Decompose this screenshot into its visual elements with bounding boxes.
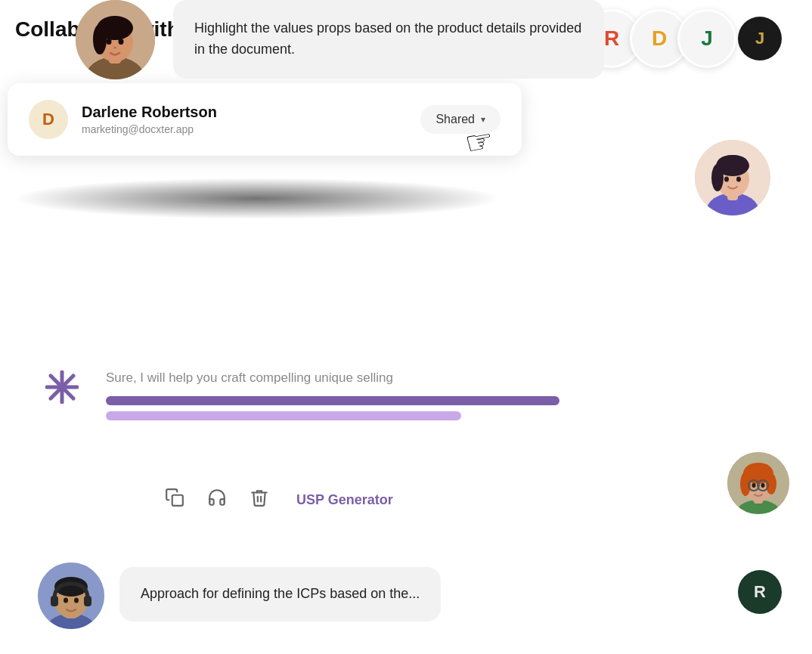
svg-point-5	[711, 164, 724, 191]
ai-sparkle-icon	[45, 370, 79, 407]
user-card: D Darlene Robertson marketing@docxter.ap…	[8, 83, 522, 156]
svg-rect-40	[51, 596, 58, 606]
svg-point-17	[113, 47, 116, 49]
svg-point-33	[752, 483, 756, 488]
svg-rect-22	[172, 495, 183, 506]
r-avatar-bottom: R	[738, 570, 782, 614]
headphones-icon[interactable]	[207, 488, 227, 513]
svg-point-43	[74, 598, 79, 603]
cursor-pointer-icon: ☞	[462, 121, 497, 163]
ai-progress-bar-1	[106, 396, 559, 405]
svg-point-34	[761, 483, 765, 488]
chat-avatar-woman	[76, 0, 155, 79]
svg-point-16	[119, 39, 124, 45]
usp-generator-label[interactable]: USP Generator	[296, 492, 393, 508]
chat-bubble-1: Highlight the values props based on the …	[173, 0, 604, 79]
ai-response-area: Sure, I will help you craft compelling u…	[106, 370, 559, 420]
svg-point-7	[724, 177, 729, 182]
user-info: Darlene Robertson marketing@docxter.app	[82, 104, 217, 135]
chat-avatar-man	[38, 563, 104, 629]
user-email: marketing@docxter.app	[82, 123, 217, 135]
trash-icon[interactable]	[249, 488, 269, 513]
chat-row-2: Approach for defining the ICPs based on …	[38, 563, 441, 629]
svg-point-14	[93, 24, 107, 54]
copy-icon[interactable]	[165, 488, 184, 513]
card-shadow	[11, 178, 503, 219]
ai-progress-bar-2	[106, 411, 461, 420]
chat-bubble-2: Approach for defining the ICPs based on …	[119, 567, 441, 621]
user-avatar: D	[29, 100, 68, 139]
svg-point-15	[107, 39, 112, 45]
woman-avatar-top	[695, 140, 770, 215]
team-avatars: R D J	[594, 9, 736, 68]
svg-point-42	[64, 598, 68, 603]
redhead-avatar	[727, 452, 789, 514]
svg-point-6	[717, 155, 748, 170]
ai-response-text: Sure, I will help you craft compelling u…	[106, 370, 559, 386]
user-name: Darlene Robertson	[82, 104, 217, 121]
svg-rect-41	[84, 596, 91, 606]
chat-row-1: Highlight the values props based on the …	[76, 0, 604, 79]
page-container: Collaborate with your Team R D J D Darle…	[0, 0, 812, 654]
j-avatar-right: J	[738, 17, 782, 60]
user-card-left: D Darlene Robertson marketing@docxter.ap…	[29, 100, 217, 139]
team-avatar-j[interactable]: J	[677, 9, 736, 68]
chat-message-1: Highlight the values props based on the …	[194, 20, 581, 57]
action-icons-row: USP Generator	[165, 488, 393, 513]
svg-point-8	[736, 177, 741, 182]
chat-message-2: Approach for defining the ICPs based on …	[141, 586, 420, 601]
